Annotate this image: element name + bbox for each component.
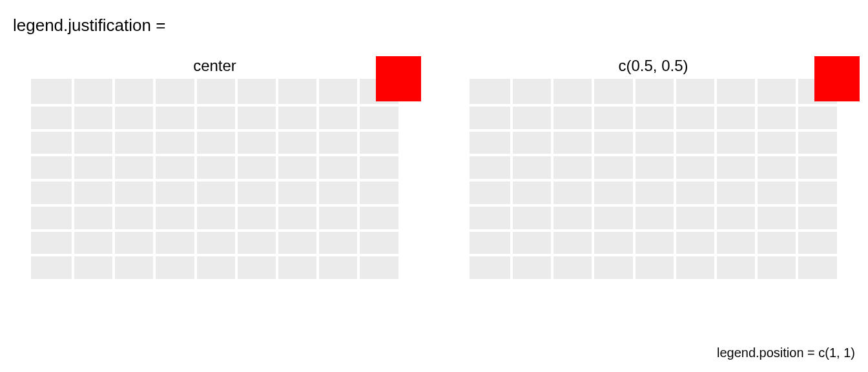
- panel-row: center c(0.5, 0.5): [31, 57, 837, 279]
- main-title: legend.justification =: [13, 16, 165, 36]
- legend-box-right: [814, 56, 860, 101]
- panel-title-right: c(0.5, 0.5): [470, 57, 837, 75]
- caption: legend.position = c(1, 1): [717, 346, 855, 360]
- panel-left: center: [31, 57, 398, 279]
- plot-area-right: [470, 79, 837, 279]
- panel-right: c(0.5, 0.5): [470, 57, 837, 279]
- legend-box-left: [376, 56, 421, 101]
- panel-title-left: center: [31, 57, 398, 75]
- plot-area-left: [31, 79, 398, 279]
